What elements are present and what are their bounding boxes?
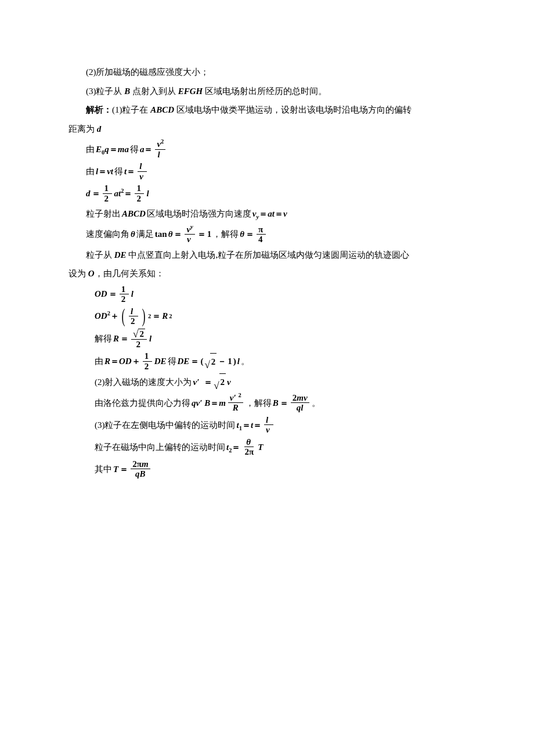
eq-vy-at-v: 粒子射出 ABCD 区域电场时沿场强方向速度 vy＝at＝v (86, 206, 466, 222)
solution-intro: 解析：(1)粒子在 ABCD 区域电场中做类平抛运动，设射出该电场时沿电场方向的… (68, 102, 466, 118)
geom-intro: 粒子从 DE 中点竖直向上射入电场,粒子在所加磁场区域内做匀速圆周运动的轨迹圆心 (68, 247, 466, 264)
eq-R-root2-over-2-l: 解得 R＝ √2 2 l (95, 329, 466, 350)
part2-vprime: (2)射入磁场的速度大小为 v′ ＝ √2 v (95, 373, 466, 391)
part3-t2: 粒子在磁场中向上偏转的运动时间 t2＝ θ 2π T (95, 437, 466, 457)
question-2: (2)所加磁场的磁感应强度大小； (68, 64, 466, 81)
eq-OD2-l2-R2: OD2＋ ( l 2 ) 2＝R2 (95, 307, 466, 326)
part2-lorentz: 由洛伦兹力提供向心力得 qv′ B＝m v′ 2 R ，解得 B＝ 2mv ql… (95, 393, 466, 413)
part3-t1: (3)粒子在左侧电场中偏转的运动时间 t1＝t＝ l v (95, 415, 466, 435)
geom-intro-2: 设为 O，由几何关系知： (68, 265, 466, 282)
solution-intro-cont: 距离为 d (68, 121, 466, 138)
part3-T: 其中 T＝ 2πm qB (95, 459, 466, 479)
eq-E0q-ma: 由 E0q＝ma 得 a＝ v2 l (86, 139, 466, 159)
eq-R-OD-halfDE: 由 R＝OD＋ 1 2 DE 得 DE＝( √2 －1)l。 (95, 351, 466, 371)
eq-l-vt: 由 l＝vt 得 t＝ l v (86, 161, 466, 181)
solution-label: 解析： (86, 105, 112, 114)
eq-d-half-at2: d＝ 1 2 at2＝ 1 2 l (86, 183, 466, 203)
question-3: (3)粒子从 B 点射入到从 EFGH 区域电场射出所经历的总时间。 (68, 83, 466, 100)
eq-OD-half-l: OD＝ 1 2 l (95, 285, 466, 304)
eq-tan-theta: 速度偏向角 θ 满足 tan θ＝ vy v ＝1 ，解得 θ＝ π 4 (86, 225, 466, 244)
